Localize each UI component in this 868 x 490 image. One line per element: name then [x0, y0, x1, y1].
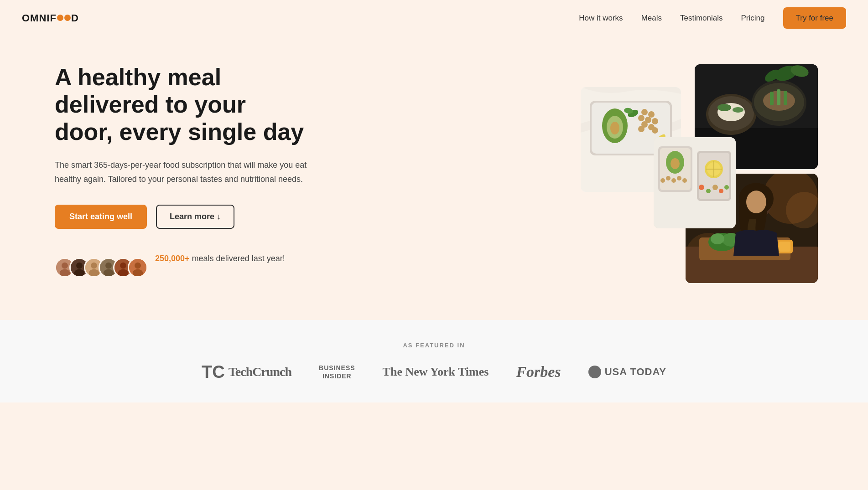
- logo-techcrunch: TC TechCrunch: [202, 363, 291, 381]
- usatoday-icon: [588, 366, 601, 378]
- svg-point-10: [105, 263, 112, 269]
- svg-point-53: [719, 189, 723, 193]
- hero-buttons: Start eating well Learn more ↓: [55, 205, 310, 229]
- hero-subtext: The smart 365-days-per-year food subscri…: [55, 158, 310, 186]
- svg-point-1: [62, 263, 68, 269]
- svg-rect-84: [779, 242, 790, 252]
- meal-count: 250,000+: [155, 254, 190, 263]
- svg-point-13: [120, 263, 126, 269]
- svg-point-7: [91, 263, 97, 269]
- svg-point-5: [74, 269, 84, 277]
- featured-section: AS FEATURED IN TC TechCrunch BUSINESSINS…: [0, 320, 868, 402]
- nav-link-testimonials[interactable]: Testimonials: [680, 14, 723, 22]
- svg-point-80: [711, 233, 724, 244]
- nav-item-meals[interactable]: Meals: [641, 14, 662, 23]
- logo-dot-2: [64, 15, 71, 21]
- logo-usatoday: USA TODAY: [588, 366, 666, 378]
- logo-text: OMNIF: [22, 12, 57, 24]
- forbes-label: Forbes: [516, 363, 561, 381]
- learn-more-button[interactable]: Learn more ↓: [156, 205, 234, 229]
- hero-section: A healthy meal delivered to your door, e…: [0, 36, 868, 320]
- svg-point-23: [717, 104, 731, 111]
- svg-point-43: [682, 178, 687, 183]
- svg-point-38: [670, 158, 680, 169]
- svg-point-39: [660, 178, 665, 183]
- svg-rect-28: [770, 92, 774, 105]
- svg-point-50: [699, 185, 704, 190]
- nav-link-meals[interactable]: Meals: [641, 14, 662, 22]
- nav-link-how-it-works[interactable]: How it works: [579, 14, 623, 22]
- svg-rect-29: [777, 89, 780, 105]
- featured-title: AS FEATURED IN: [36, 342, 832, 349]
- techcrunch-icon: TC: [202, 363, 225, 381]
- svg-point-51: [706, 189, 711, 193]
- nav-links: How it works Meals Testimonials Pricing …: [579, 14, 846, 23]
- hero-image-4: [654, 137, 736, 228]
- svg-point-4: [76, 263, 83, 269]
- logo[interactable]: OMNIF D: [22, 12, 79, 24]
- svg-point-2: [60, 269, 70, 277]
- nav-item-how-it-works[interactable]: How it works: [579, 14, 623, 23]
- svg-point-42: [677, 176, 681, 181]
- usatoday-label: USA TODAY: [605, 366, 666, 378]
- svg-point-14: [118, 269, 128, 277]
- svg-point-11: [104, 269, 114, 277]
- svg-point-24: [733, 107, 743, 113]
- svg-point-54: [724, 185, 729, 190]
- social-proof: 250,000+ meals delivered last year!: [55, 252, 310, 284]
- svg-point-52: [712, 185, 718, 190]
- nyt-label: The New York Times: [383, 365, 489, 379]
- nav-cta[interactable]: Try for free: [783, 14, 847, 23]
- svg-point-65: [652, 118, 658, 124]
- hero-heading: A healthy meal delivered to your door, e…: [55, 64, 310, 145]
- avatar-group: [55, 258, 148, 278]
- svg-point-62: [648, 111, 655, 118]
- svg-point-40: [666, 176, 670, 181]
- try-for-free-button[interactable]: Try for free: [783, 7, 847, 29]
- logo-dot-1: [57, 15, 63, 21]
- logo-forbes: Forbes: [516, 363, 561, 381]
- start-eating-well-button[interactable]: Start eating well: [55, 205, 147, 229]
- avatar-6: [128, 258, 148, 278]
- navbar: OMNIF D How it works Meals Testimonials …: [0, 0, 868, 36]
- hero-images: [594, 64, 832, 283]
- featured-logos: TC TechCrunch BUSINESSINSIDER The New Yo…: [36, 363, 832, 381]
- logo-text-end: D: [71, 12, 79, 24]
- svg-point-68: [638, 126, 645, 132]
- nav-link-pricing[interactable]: Pricing: [741, 14, 765, 22]
- svg-point-16: [135, 263, 141, 269]
- svg-point-61: [641, 109, 648, 115]
- svg-point-8: [89, 269, 99, 277]
- svg-point-41: [671, 178, 676, 183]
- svg-point-60: [610, 122, 619, 134]
- svg-point-87: [746, 191, 766, 213]
- svg-point-64: [638, 115, 645, 121]
- logo-business-insider: BUSINESSINSIDER: [319, 364, 355, 380]
- svg-point-69: [652, 127, 658, 134]
- social-proof-text: 250,000+ meals delivered last year!: [155, 252, 285, 266]
- business-insider-label: BUSINESSINSIDER: [319, 364, 355, 380]
- techcrunch-label: TechCrunch: [229, 365, 291, 379]
- svg-point-17: [133, 269, 143, 277]
- hero-content: A healthy meal delivered to your door, e…: [55, 64, 310, 284]
- svg-rect-30: [784, 91, 787, 105]
- nav-item-pricing[interactable]: Pricing: [741, 14, 765, 23]
- social-proof-suffix: meals delivered last year!: [192, 254, 285, 263]
- logo-nyt: The New York Times: [383, 365, 489, 379]
- nav-item-testimonials[interactable]: Testimonials: [680, 14, 723, 23]
